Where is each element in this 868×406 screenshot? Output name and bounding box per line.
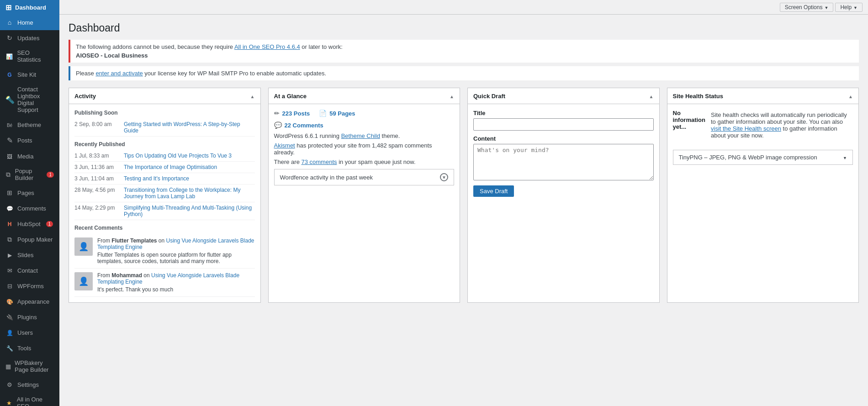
media-icon [5,152,14,160]
collapse-icon [848,92,853,100]
wpbakery-icon [5,362,11,370]
comments-icon [5,204,14,212]
site-health-collapse-button[interactable] [848,92,853,100]
sidebar-item-popup-builder[interactable]: Popup Builder 1 [0,164,59,185]
at-a-glance-collapse-button[interactable] [450,92,454,100]
akismet-link[interactable]: Akismet [274,142,295,149]
addon-notice-detail: AIOSEO - Local Business [76,52,853,59]
sidebar-item-label: Popup Maker [17,236,53,243]
draft-content-textarea[interactable] [473,144,654,180]
popup-builder-badge: 1 [47,172,54,178]
sidebar-item-label: Comments [17,205,46,212]
glance-pages-link[interactable]: 59 Pages [329,110,355,117]
tinypng-label: TinyPNG – JPEG, PNG & WebP image compres… [679,154,817,161]
recent-published-link-0[interactable]: Tips On Updating Old Vue Projects To Vue… [124,153,232,159]
glance-comments-link[interactable]: 22 Comments [285,122,323,129]
collapse-icon [450,92,454,100]
sidebar-item-plugins[interactable]: Plugins [0,309,59,325]
sidebar-item-home[interactable]: Home [0,15,59,30]
smtp-notice: Please enter and activate your license k… [69,66,859,80]
sidebar-item-all-in-one-seo[interactable]: All in One SEO [0,392,59,406]
activity-collapse-button[interactable] [250,92,255,100]
settings-icon [5,380,14,389]
glance-posts-link[interactable]: 223 Posts [282,110,310,117]
theme-link[interactable]: Betheme Child [341,132,380,139]
sidebar-item-label: Users [17,329,33,336]
draft-title-input[interactable] [473,118,654,131]
page-icon: 📄 [319,110,327,117]
wordfence-bar[interactable]: Wordfence activity in the past week ▼ [274,169,455,185]
sidebar-item-label: WPForms [17,283,44,290]
comment-text-0: Flutter Templates is open source platfor… [97,252,255,264]
sidebar-item-site-kit[interactable]: Site Kit [0,67,59,82]
sidebar-item-users[interactable]: Users [0,325,59,340]
screen-options-button[interactable]: Screen Options [780,3,834,12]
sidebar-item-slides[interactable]: Slides [0,247,59,263]
spam-comments-link[interactable]: 73 comments [301,158,337,165]
recent-published-item-2: 3 Jun, 11:04 am Testing and It's Importa… [74,173,255,185]
sidebar-item-settings[interactable]: Settings [0,377,59,392]
sidebar-item-seo-statistics[interactable]: SEO Statistics [0,46,59,67]
smtp-notice-text-after: your license key for WP Mail SMTP Pro to… [144,70,326,77]
sidebar-item-contact[interactable]: Contact [0,263,59,278]
recent-published-item-0: 1 Jul, 8:33 am Tips On Updating Old Vue … [74,150,255,162]
site-health-description: Site health checks will automatically ru… [711,111,853,139]
pages-icon [5,189,14,197]
site-health-link[interactable]: visit the Site Health screen [711,125,781,132]
sidebar-item-media[interactable]: Media [0,148,59,164]
sidebar-item-wpforms[interactable]: WPForms [0,278,59,294]
recent-published-link-2[interactable]: Testing and It's Importance [124,175,189,182]
sidebar-item-label: Appearance [17,298,49,305]
comment-icon: 💬 [274,121,282,129]
recently-published-title: Recently Published [74,141,255,148]
lightbox-icon: 🔦 [5,95,14,104]
wpforms-icon [5,282,14,290]
addon-notice-link[interactable]: All in One SEO Pro 4.6.4 [234,43,300,50]
recent-published-link-1[interactable]: The Importance of Image Optimisation [124,164,217,170]
recently-published-section: Recently Published 1 Jul, 8:33 am Tips O… [74,141,255,220]
home-icon [5,18,14,26]
smtp-notice-link[interactable]: enter and activate [95,70,143,77]
sidebar-item-appearance[interactable]: Appearance [0,294,59,309]
sidebar-item-label: Updates [17,35,39,42]
sidebar-item-wpbakery[interactable]: WPBakery Page Builder [0,356,59,377]
sidebar-item-tools[interactable]: Tools [0,340,59,356]
avatar-1: 👤 [74,272,93,290]
sidebar-item-betheme[interactable]: Betheme [0,117,59,132]
screen-options-label: Screen Options [785,4,823,11]
sidebar-item-posts[interactable]: Posts [0,132,59,148]
site-health-body: No information yet... Site health checks… [667,104,859,144]
hubspot-badge: 1 [46,221,53,227]
publishing-soon-title: Publishing Soon [74,110,255,116]
addon-notice-text-after: or later to work: [302,43,343,50]
recent-published-link-4[interactable]: Simplifying Multi-Threading And Multi-Ta… [124,205,255,217]
recent-published-link-3[interactable]: Transitioning from College to the Workpl… [124,187,255,200]
title-label: Title [473,110,654,116]
users-icon [5,328,14,337]
addon-notice-text-before: The following addons cannot be used, bec… [76,43,234,50]
sidebar-item-updates[interactable]: Updates [0,30,59,46]
sidebar-item-comments[interactable]: Comments [0,200,59,216]
save-draft-button[interactable]: Save Draft [473,185,514,197]
wp-version-text: WordPress 6.6.1 running [274,132,341,139]
popup-builder-icon [5,170,11,179]
glance-spam: There are 73 comments in your spam queue… [274,158,455,165]
sidebar-item-label: HubSpot [17,221,41,227]
quick-draft-collapse-button[interactable] [649,92,654,100]
page-title: Dashboard [69,22,859,34]
sidebar-item-contact-lightbox[interactable]: 🔦 Contact Lightbox Digital Support [0,82,59,117]
comment-from-0: From Flutter Templates on Using Vue Alon… [97,237,255,250]
recent-published-date-0: 1 Jul, 8:33 am [74,153,120,159]
glance-pages: 📄 59 Pages [319,110,355,117]
main-content: Screen Options Help Dashboard The follow… [59,0,868,406]
glance-posts: ✏ 223 Posts [274,110,310,117]
help-button[interactable]: Help [835,3,863,12]
publishing-soon-link-0[interactable]: Getting Started with WordPress: A Step-b… [124,121,255,134]
sidebar-item-pages[interactable]: Pages [0,185,59,200]
tinypng-bar[interactable]: TinyPNG – JPEG, PNG & WebP image compres… [673,150,853,165]
sidebar-item-label: Home [17,19,33,26]
sidebar-item-popup-maker[interactable]: Popup Maker [0,232,59,247]
sidebar-brand[interactable]: ⊞ Dashboard [0,0,59,15]
sidebar-item-hubspot[interactable]: HubSpot 1 [0,216,59,232]
appearance-icon [5,297,14,306]
